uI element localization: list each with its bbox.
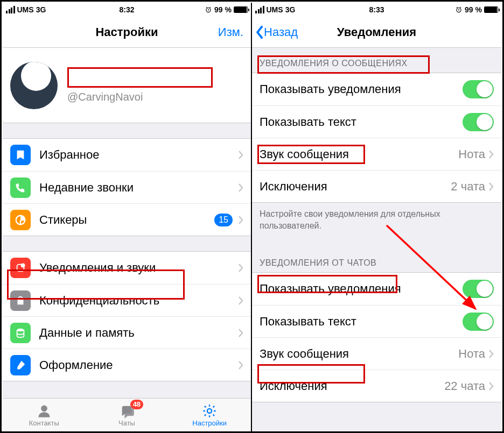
- row-privacy[interactable]: Конфиденциальность: [3, 284, 251, 316]
- phone-icon: [10, 178, 31, 198]
- chats-badge: 48: [130, 400, 143, 409]
- status-time: 8:32: [119, 5, 134, 14]
- row-value: Нота: [458, 147, 485, 161]
- row-label: Уведомления и звуки: [39, 261, 238, 275]
- section-footer: Настройте свои уведомления для отдельных…: [252, 203, 501, 231]
- row-notifications-sounds[interactable]: Уведомления и звуки: [3, 252, 251, 284]
- status-time: 8:33: [369, 5, 384, 14]
- toggle-switch[interactable]: [463, 113, 494, 131]
- bookmark-icon: [10, 145, 31, 165]
- row-show-notifications[interactable]: Показывать уведомления: [252, 73, 501, 105]
- row-label: Исключения: [260, 180, 451, 194]
- back-button[interactable]: Назад: [255, 25, 298, 40]
- row-value: 22 чата: [444, 379, 485, 393]
- row-label: Показывать текст: [260, 115, 463, 129]
- row-label: Данные и память: [39, 326, 238, 340]
- chevron-right-icon: [488, 150, 494, 159]
- row-exceptions[interactable]: Исключения 2 чата: [252, 170, 501, 202]
- stickers-badge: 15: [214, 214, 233, 226]
- nav-bar: Назад Уведомления: [252, 17, 501, 48]
- row-label: Конфиденциальность: [39, 294, 238, 308]
- chevron-right-icon: [238, 328, 243, 338]
- profile-row[interactable]: @CarvingNavoi: [3, 48, 251, 123]
- page-title: Настройки: [95, 25, 158, 39]
- row-label: Звук сообщения: [260, 147, 458, 161]
- row-recent-calls[interactable]: Недавние звонки: [3, 171, 251, 203]
- row-label: Звук сообщения: [260, 347, 458, 361]
- battery-pct: 99 %: [214, 5, 232, 14]
- row-show-notifications-chats[interactable]: Показывать уведомления: [252, 273, 501, 305]
- row-value: Нота: [458, 347, 485, 361]
- row-label: Исключения: [260, 379, 444, 393]
- tab-label: Настройки: [192, 419, 227, 427]
- avatar: [10, 62, 58, 109]
- tab-bar: Контакты 48 Чаты Настройки: [3, 398, 251, 431]
- battery-icon: [234, 6, 248, 13]
- row-favorites[interactable]: Избранное: [3, 139, 251, 171]
- network-label: 3G: [285, 5, 296, 14]
- row-value: 2 чата: [451, 180, 485, 194]
- tab-label: Контакты: [29, 419, 59, 427]
- section-header-chats: УВЕДОМЛЕНИЯ ОТ ЧАТОВ: [252, 231, 501, 272]
- row-label: Показывать уведомления: [260, 82, 463, 96]
- row-data-storage[interactable]: Данные и память: [3, 316, 251, 349]
- tab-settings[interactable]: Настройки: [168, 399, 251, 431]
- battery-pct: 99 %: [465, 5, 482, 14]
- svg-point-3: [22, 264, 25, 267]
- chevron-right-icon: [488, 349, 494, 359]
- row-chat-sound[interactable]: Звук сообщения Нота: [252, 337, 501, 370]
- tab-label: Чаты: [118, 419, 135, 427]
- section-header-messages: УВЕДОМЛЕНИЯ О СООБЩЕНИЯХ: [252, 48, 501, 73]
- chevron-right-icon: [488, 381, 494, 391]
- row-message-sound[interactable]: Звук сообщения Нота: [252, 138, 501, 170]
- chevron-right-icon: [238, 183, 243, 193]
- row-stickers[interactable]: Стикеры 15: [3, 203, 251, 236]
- chevron-right-icon: [238, 296, 243, 306]
- network-label: 3G: [36, 5, 46, 14]
- carrier-label: UMS: [17, 5, 34, 14]
- chevron-right-icon: [488, 182, 494, 191]
- nav-bar: Настройки Изм.: [3, 17, 251, 48]
- chevron-right-icon: [238, 263, 243, 273]
- svg-point-6: [207, 408, 212, 413]
- profile-username: @CarvingNavoi: [67, 91, 243, 103]
- toggle-switch[interactable]: [463, 313, 494, 331]
- signal-icon: [255, 6, 264, 13]
- carrier-label: UMS: [267, 5, 283, 14]
- row-label: Показывать текст: [260, 315, 463, 329]
- sticker-icon: [10, 210, 31, 230]
- chevron-right-icon: [238, 215, 243, 225]
- database-icon: [10, 323, 31, 343]
- svg-point-5: [41, 405, 47, 411]
- row-label: Стикеры: [39, 213, 214, 227]
- svg-point-4: [17, 328, 24, 331]
- row-label: Показывать уведомления: [260, 282, 463, 296]
- back-label: Назад: [264, 25, 298, 39]
- alarm-icon: [455, 6, 463, 13]
- row-label: Недавние звонки: [39, 181, 238, 195]
- signal-icon: [6, 6, 15, 13]
- row-show-text-chats[interactable]: Показывать текст: [252, 305, 501, 337]
- row-label: Оформление: [39, 358, 238, 372]
- row-appearance[interactable]: Оформление: [3, 349, 251, 381]
- chevron-right-icon: [238, 150, 243, 160]
- page-title: Уведомления: [337, 25, 416, 39]
- tab-contacts[interactable]: Контакты: [3, 399, 86, 431]
- row-exceptions-chats[interactable]: Исключения 22 чата: [252, 370, 501, 402]
- toggle-switch[interactable]: [463, 280, 494, 298]
- row-label: Избранное: [39, 148, 238, 162]
- notification-icon: [10, 258, 31, 278]
- chevron-right-icon: [238, 360, 243, 370]
- edit-button[interactable]: Изм.: [218, 25, 243, 39]
- alarm-icon: [205, 6, 212, 13]
- brush-icon: [10, 355, 31, 375]
- profile-name-redacted: [67, 67, 213, 88]
- status-bar: UMS 3G 8:32 99 %: [3, 3, 251, 17]
- battery-icon: [484, 6, 498, 13]
- tab-chats[interactable]: 48 Чаты: [86, 399, 169, 431]
- status-bar: UMS 3G 8:33 99 %: [252, 3, 501, 17]
- row-show-text[interactable]: Показывать текст: [252, 105, 501, 138]
- lock-icon: [10, 290, 31, 311]
- toggle-switch[interactable]: [463, 80, 494, 98]
